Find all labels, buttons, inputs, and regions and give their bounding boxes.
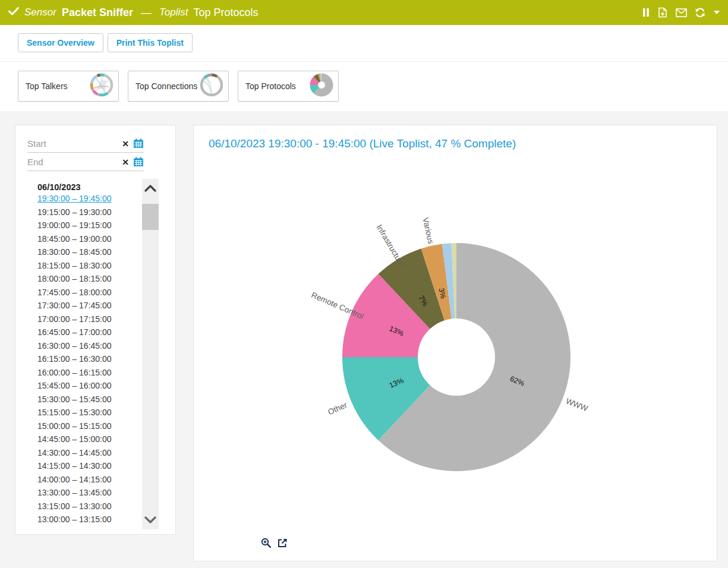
scroll-down-button[interactable] [142, 510, 159, 529]
toplist-title: 06/10/2023 19:30:00 - 19:45:00 (Live Top… [209, 137, 516, 150]
chart-footer [261, 538, 288, 548]
time-range-item[interactable]: 14:30:00 – 14:45:00 [37, 448, 112, 462]
chord-diagram-icon [199, 72, 224, 100]
protocols-donut-chart[interactable]: 62%WWW13%Other13%Remote Control7%Infrast… [194, 155, 718, 538]
time-range-item[interactable]: 16:00:00 – 16:15:00 [37, 368, 112, 381]
sensor-name: Packet Sniffer [62, 7, 133, 19]
caret-down-icon[interactable] [714, 11, 720, 14]
toplist-tabs: Top Talkers Top Connections [18, 71, 339, 102]
breadcrumb-separator: — [141, 7, 152, 19]
scrollbar-thumb[interactable] [142, 204, 159, 230]
time-range-list: 19:30:00 – 19:45:0019:15:00 – 19:30:0019… [37, 194, 112, 528]
calendar-icon[interactable] [133, 157, 144, 167]
time-range-item[interactable]: 13:15:00 – 13:30:00 [37, 501, 112, 515]
time-range-item[interactable]: 15:00:00 – 15:15:00 [37, 421, 112, 435]
time-range-item[interactable]: 15:30:00 – 15:45:00 [37, 395, 112, 408]
tab-label: Top Connections [135, 81, 197, 91]
refresh-icon[interactable] [695, 8, 706, 18]
chord-diagram-icon [89, 72, 114, 100]
time-range-item[interactable]: 14:45:00 – 15:00:00 [37, 434, 112, 448]
time-range-item[interactable]: 16:45:00 – 17:00:00 [37, 327, 112, 341]
breadcrumb-toplist-label: Toplist [159, 7, 188, 18]
tab-top-connections[interactable]: Top Connections [128, 71, 229, 102]
tab-label: Top Talkers [26, 81, 68, 91]
time-range-item[interactable]: 14:00:00 – 14:15:00 [37, 475, 112, 488]
toplist-panel: 06/10/2023 19:30:00 - 19:45:00 (Live Top… [193, 125, 717, 561]
time-range-item[interactable]: 19:15:00 – 19:30:00 [37, 207, 112, 221]
toolbar: Sensor Overview Print This Toplist [18, 33, 193, 52]
time-range-item[interactable]: 18:30:00 – 18:45:00 [37, 247, 112, 261]
time-range-item[interactable]: 17:45:00 – 18:00:00 [37, 288, 112, 301]
add-report-icon[interactable] [657, 7, 668, 18]
sensor-overview-button[interactable]: Sensor Overview [18, 33, 103, 52]
toolbar-strip: Sensor Overview Print This Toplist Top T… [0, 25, 728, 111]
time-range-item[interactable]: 19:30:00 – 19:45:00 [37, 194, 112, 207]
history-sidebar: ✕ ✕ 06/10/2023 19:30:00 – 19:45:0019:15:… [15, 125, 176, 535]
email-icon[interactable] [676, 8, 687, 17]
zoom-in-icon[interactable] [261, 538, 272, 548]
end-date-input[interactable] [27, 157, 122, 167]
page-title: Top Protocols [193, 7, 258, 19]
pause-icon[interactable] [642, 8, 650, 17]
chart-label: Infrastructure [374, 223, 406, 268]
start-date-input[interactable] [27, 138, 122, 149]
time-range-item[interactable]: 18:00:00 – 18:15:00 [37, 274, 112, 288]
tab-top-protocols[interactable]: Top Protocols [238, 71, 339, 102]
open-external-icon[interactable] [277, 538, 288, 548]
date-group-header: 06/10/2023 [37, 182, 81, 192]
time-range-item[interactable]: 15:45:00 – 16:00:00 [37, 381, 112, 395]
time-range-item[interactable]: 17:30:00 – 17:45:00 [37, 301, 112, 314]
title-bar: Sensor Packet Sniffer — Toplist Top Prot… [0, 0, 728, 25]
clear-start-icon[interactable]: ✕ [122, 140, 129, 148]
time-range-item[interactable]: 19:00:00 – 19:15:00 [37, 220, 112, 234]
time-range-item[interactable]: 16:15:00 – 16:30:00 [37, 354, 112, 368]
time-range-item[interactable]: 16:30:00 – 16:45:00 [37, 341, 112, 355]
time-range-item[interactable]: 18:15:00 – 18:30:00 [37, 261, 112, 274]
time-range-item[interactable]: 18:45:00 – 19:00:00 [37, 234, 112, 248]
ok-check-icon [8, 7, 19, 18]
time-range-item[interactable]: 13:00:00 – 13:15:00 [37, 515, 112, 528]
sidebar-scrollbar[interactable] [142, 179, 159, 529]
clear-end-icon[interactable]: ✕ [122, 158, 129, 166]
tab-label: Top Protocols [245, 81, 296, 91]
print-toplist-button[interactable]: Print This Toplist [108, 33, 193, 52]
time-range-item[interactable]: 13:30:00 – 13:45:00 [37, 488, 112, 501]
time-range-item[interactable]: 17:00:00 – 17:15:00 [37, 314, 112, 328]
start-date-row: ✕ [27, 135, 144, 153]
donut-chart-icon [309, 72, 334, 100]
breadcrumb-sensor-label: Sensor [24, 7, 56, 18]
calendar-icon[interactable] [133, 138, 144, 149]
time-range-item[interactable]: 15:15:00 – 15:30:00 [37, 408, 112, 421]
time-range-item[interactable]: 14:15:00 – 14:30:00 [37, 461, 112, 475]
chart-label: WWW [565, 396, 589, 413]
divider [0, 61, 728, 62]
tab-top-talkers[interactable]: Top Talkers [18, 71, 119, 102]
chart-label: Various [421, 217, 435, 245]
chart-label: Other [326, 400, 348, 416]
scroll-up-button[interactable] [142, 179, 159, 198]
end-date-row: ✕ [27, 153, 144, 171]
